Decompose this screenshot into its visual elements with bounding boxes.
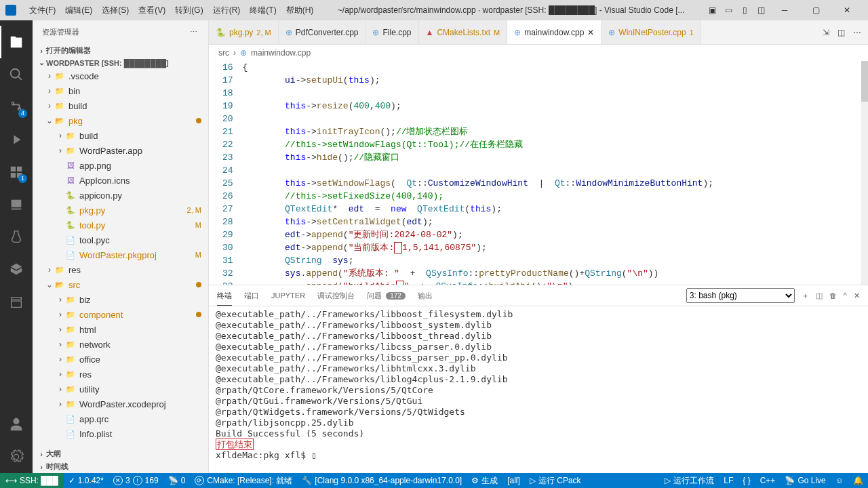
tree-file-appicon-py[interactable]: 🐍appicon.py — [33, 188, 208, 203]
opened-editors-section[interactable]: ›打开的编辑器 — [33, 44, 208, 57]
outline-section[interactable]: ›大纲 — [33, 447, 208, 460]
sidebar-more-icon[interactable]: ⋯ — [190, 28, 199, 37]
menu-help[interactable]: 帮助(H) — [281, 5, 319, 16]
tree-folder-vscode[interactable]: ›📁.vscode — [33, 68, 208, 83]
tree-folder-res[interactable]: ›📁res — [33, 262, 208, 277]
split-editor-icon[interactable]: ◫ — [837, 28, 845, 37]
close-panel-icon[interactable]: ✕ — [854, 291, 860, 300]
ports-tab[interactable]: 端口 — [244, 291, 259, 301]
maximize-panel-icon[interactable]: ^ — [844, 291, 847, 300]
source-control-icon[interactable]: 4 — [0, 91, 33, 123]
menu-file[interactable]: 文件(F) — [24, 5, 60, 16]
debug-console-tab[interactable]: 调试控制台 — [317, 291, 355, 301]
sb-cmake[interactable]: ⟳ CMake: [Release]: 就绪 — [190, 473, 297, 488]
tree-file-app-png[interactable]: 🖼app.png — [33, 158, 208, 173]
project-section[interactable]: ⌄WORDPASTER [SSH: ████████] — [33, 57, 208, 68]
sb-language[interactable]: C++ — [755, 473, 781, 488]
terminal-output[interactable]: @executable_path/../Frameworks/libboost_… — [209, 306, 868, 473]
layout-panel-bottom-icon[interactable]: ▭ — [722, 5, 734, 15]
extensions-icon[interactable]: 1 — [0, 156, 33, 188]
tree-folder-html[interactable]: ›📁html — [33, 322, 208, 337]
tree-file-appicon-icns[interactable]: 🖼AppIcon.icns — [33, 173, 208, 188]
minimap[interactable] — [861, 61, 868, 285]
sb-kit[interactable]: 🔧 [Clang 9.0.0 x86_64-apple-darwin17.0.0… — [297, 473, 467, 488]
tree-folder-pkg-build[interactable]: ›📁build — [33, 128, 208, 143]
tab-pdfconverter[interactable]: ⊕PdfConverter.cpp — [279, 20, 366, 44]
compare-icon[interactable]: ⇲ — [823, 28, 829, 37]
references-icon[interactable] — [0, 253, 33, 286]
menu-selection[interactable]: 选择(S) — [97, 5, 134, 16]
close-button[interactable]: ✕ — [831, 0, 863, 20]
search-icon[interactable] — [0, 58, 33, 91]
sb-braces[interactable]: { } — [738, 473, 755, 488]
tree-folder-src[interactable]: ⌄📂src — [33, 277, 208, 292]
tree-folder-build[interactable]: ›📁build — [33, 98, 208, 113]
close-tab-icon[interactable]: ✕ — [587, 28, 594, 37]
tree-folder-utility[interactable]: ›📁utility — [33, 382, 208, 396]
tree-folder-xcodeproj[interactable]: ›📁WordPaster.xcodeproj — [33, 396, 208, 411]
sb-ports[interactable]: 📡 0 — [163, 473, 191, 488]
account-icon[interactable] — [0, 408, 33, 441]
maximize-button[interactable]: ▢ — [800, 0, 831, 20]
tab-pkg-py[interactable]: 🐍pkg.py2, M — [209, 20, 279, 44]
remote-explorer-icon[interactable] — [0, 188, 33, 221]
sidebar-header: 资源管理器⋯ — [33, 20, 208, 44]
tree-file-tool-pyc[interactable]: 📄tool.pyc — [33, 232, 208, 247]
sb-workflow[interactable]: ▷ 运行工作流 — [660, 473, 719, 488]
tab-wininetposter[interactable]: ⊕WinINetPoster.cpp1 — [601, 20, 701, 44]
tab-file-cpp[interactable]: ⊕File.cpp — [366, 20, 418, 44]
code-content[interactable]: { ui->setupUi(this); this->resize(400,40… — [243, 61, 861, 285]
tree-folder-bin[interactable]: ›📁bin — [33, 83, 208, 98]
sb-prettier[interactable]: ✓ 1.0.42* — [64, 473, 108, 488]
project-icon[interactable] — [0, 286, 33, 319]
sb-bell-icon[interactable]: 🔔 — [848, 473, 868, 488]
menu-run[interactable]: 运行(R) — [208, 5, 245, 16]
tree-file-app-qrc[interactable]: 📄app.qrc — [33, 411, 208, 426]
testing-icon[interactable] — [0, 221, 33, 253]
tab-cmakelists[interactable]: ▲CMakeLists.txtM — [419, 20, 508, 44]
problems-tab[interactable]: 问题 172 — [367, 291, 406, 301]
menu-terminal[interactable]: 终端(T) — [245, 5, 281, 16]
terminal-dropdown[interactable]: 3: bash (pkg) — [686, 288, 795, 303]
sb-problems[interactable]: ✕3 !169 — [108, 473, 163, 488]
layout-icon[interactable]: ◫ — [755, 5, 767, 15]
code-editor[interactable]: 161718192021222324252627282930313233 { u… — [209, 61, 868, 285]
tab-mainwindow[interactable]: ⊕mainwindow.cpp✕ — [507, 20, 601, 44]
jupyter-tab[interactable]: JUPYTER — [271, 291, 305, 300]
kill-terminal-icon[interactable]: 🗑 — [829, 291, 837, 300]
output-tab[interactable]: 输出 — [418, 291, 433, 301]
tree-folder-res2[interactable]: ›📁res — [33, 367, 208, 382]
sb-target[interactable]: [all] — [502, 473, 525, 488]
sb-run[interactable]: ▷ 运行 CPack — [525, 473, 586, 488]
tree-folder-pkg[interactable]: ⌄📂pkg — [33, 113, 208, 128]
split-terminal-icon[interactable]: ◫ — [816, 291, 823, 300]
sb-build[interactable]: ⚙ 生成 — [467, 473, 502, 488]
terminal-tab[interactable]: 终端 — [217, 291, 232, 306]
tree-file-pkgproj[interactable]: 📄WordPaster.pkgprojM — [33, 247, 208, 262]
sb-encoding[interactable]: LF — [719, 473, 738, 488]
tree-file-tool-py[interactable]: 🐍tool.pyM — [33, 218, 208, 232]
explorer-icon[interactable] — [0, 26, 33, 58]
remote-indicator[interactable]: ⟷SSH: ███ — [0, 473, 64, 488]
menu-go[interactable]: 转到(G) — [170, 5, 208, 16]
minimize-button[interactable]: ─ — [769, 0, 800, 20]
tree-folder-office[interactable]: ›📁office — [33, 352, 208, 367]
new-terminal-icon[interactable]: ＋ — [802, 291, 809, 301]
sb-feedback-icon[interactable]: ☺ — [831, 473, 848, 488]
breadcrumb[interactable]: src›⊕mainwindow.cpp — [209, 45, 868, 61]
layout-panel-right-icon[interactable]: ▯ — [738, 5, 751, 15]
run-debug-icon[interactable] — [0, 123, 33, 156]
tree-folder-wordpaster-app[interactable]: ›📁WordPaster.app — [33, 143, 208, 158]
tree-folder-network[interactable]: ›📁network — [33, 337, 208, 352]
tree-folder-component[interactable]: ›📁component — [33, 307, 208, 322]
timeline-section[interactable]: ›时间线 — [33, 460, 208, 473]
menu-edit[interactable]: 编辑(E) — [60, 5, 97, 16]
tree-file-info-plist[interactable]: 📄Info.plist — [33, 426, 208, 441]
menu-view[interactable]: 查看(V) — [134, 5, 170, 16]
tree-file-pkg-py[interactable]: 🐍pkg.py2, M — [33, 203, 208, 218]
sb-golive[interactable]: 📡 Go Live — [780, 473, 830, 488]
layout-panel-left-icon[interactable]: ▣ — [706, 5, 718, 15]
settings-gear-icon[interactable] — [0, 441, 33, 473]
more-actions-icon[interactable]: ⋯ — [853, 28, 861, 37]
tree-folder-biz[interactable]: ›📁biz — [33, 292, 208, 307]
